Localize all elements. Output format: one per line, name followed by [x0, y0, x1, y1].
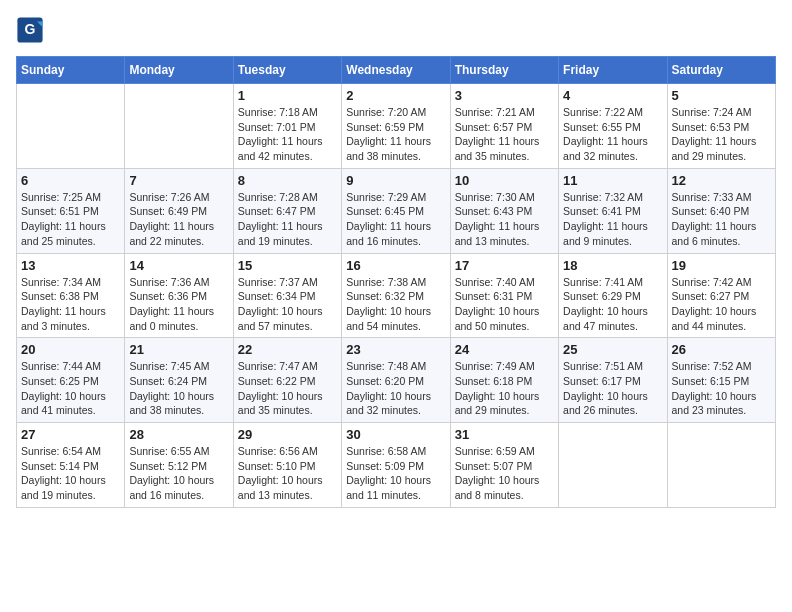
calendar-cell: 31Sunrise: 6:59 AM Sunset: 5:07 PM Dayli… — [450, 423, 558, 508]
day-info: Sunrise: 7:37 AM Sunset: 6:34 PM Dayligh… — [238, 275, 337, 334]
day-number: 13 — [21, 258, 120, 273]
day-info: Sunrise: 7:52 AM Sunset: 6:15 PM Dayligh… — [672, 359, 771, 418]
day-number: 7 — [129, 173, 228, 188]
calendar-cell: 30Sunrise: 6:58 AM Sunset: 5:09 PM Dayli… — [342, 423, 450, 508]
day-number: 16 — [346, 258, 445, 273]
day-info: Sunrise: 7:28 AM Sunset: 6:47 PM Dayligh… — [238, 190, 337, 249]
calendar-week-row: 13Sunrise: 7:34 AM Sunset: 6:38 PM Dayli… — [17, 253, 776, 338]
day-info: Sunrise: 7:48 AM Sunset: 6:20 PM Dayligh… — [346, 359, 445, 418]
day-info: Sunrise: 6:59 AM Sunset: 5:07 PM Dayligh… — [455, 444, 554, 503]
calendar-cell: 21Sunrise: 7:45 AM Sunset: 6:24 PM Dayli… — [125, 338, 233, 423]
day-number: 31 — [455, 427, 554, 442]
day-number: 2 — [346, 88, 445, 103]
col-header-friday: Friday — [559, 57, 667, 84]
calendar-cell: 3Sunrise: 7:21 AM Sunset: 6:57 PM Daylig… — [450, 84, 558, 169]
col-header-sunday: Sunday — [17, 57, 125, 84]
calendar-cell — [17, 84, 125, 169]
day-info: Sunrise: 7:42 AM Sunset: 6:27 PM Dayligh… — [672, 275, 771, 334]
day-number: 18 — [563, 258, 662, 273]
calendar-header-row: SundayMondayTuesdayWednesdayThursdayFrid… — [17, 57, 776, 84]
calendar-week-row: 6Sunrise: 7:25 AM Sunset: 6:51 PM Daylig… — [17, 168, 776, 253]
calendar-cell: 18Sunrise: 7:41 AM Sunset: 6:29 PM Dayli… — [559, 253, 667, 338]
calendar-cell: 10Sunrise: 7:30 AM Sunset: 6:43 PM Dayli… — [450, 168, 558, 253]
calendar-cell: 16Sunrise: 7:38 AM Sunset: 6:32 PM Dayli… — [342, 253, 450, 338]
calendar-cell: 13Sunrise: 7:34 AM Sunset: 6:38 PM Dayli… — [17, 253, 125, 338]
col-header-wednesday: Wednesday — [342, 57, 450, 84]
day-number: 26 — [672, 342, 771, 357]
day-number: 28 — [129, 427, 228, 442]
calendar-cell: 27Sunrise: 6:54 AM Sunset: 5:14 PM Dayli… — [17, 423, 125, 508]
calendar-cell: 28Sunrise: 6:55 AM Sunset: 5:12 PM Dayli… — [125, 423, 233, 508]
calendar-cell — [559, 423, 667, 508]
day-number: 25 — [563, 342, 662, 357]
calendar-cell: 22Sunrise: 7:47 AM Sunset: 6:22 PM Dayli… — [233, 338, 341, 423]
day-number: 9 — [346, 173, 445, 188]
day-number: 6 — [21, 173, 120, 188]
day-info: Sunrise: 7:44 AM Sunset: 6:25 PM Dayligh… — [21, 359, 120, 418]
calendar-week-row: 27Sunrise: 6:54 AM Sunset: 5:14 PM Dayli… — [17, 423, 776, 508]
calendar-cell — [125, 84, 233, 169]
col-header-saturday: Saturday — [667, 57, 775, 84]
calendar-cell: 8Sunrise: 7:28 AM Sunset: 6:47 PM Daylig… — [233, 168, 341, 253]
day-number: 4 — [563, 88, 662, 103]
calendar-cell: 4Sunrise: 7:22 AM Sunset: 6:55 PM Daylig… — [559, 84, 667, 169]
day-number: 11 — [563, 173, 662, 188]
calendar-cell: 1Sunrise: 7:18 AM Sunset: 7:01 PM Daylig… — [233, 84, 341, 169]
day-number: 22 — [238, 342, 337, 357]
day-info: Sunrise: 7:49 AM Sunset: 6:18 PM Dayligh… — [455, 359, 554, 418]
day-info: Sunrise: 7:25 AM Sunset: 6:51 PM Dayligh… — [21, 190, 120, 249]
day-number: 17 — [455, 258, 554, 273]
day-number: 23 — [346, 342, 445, 357]
day-info: Sunrise: 6:56 AM Sunset: 5:10 PM Dayligh… — [238, 444, 337, 503]
calendar-week-row: 1Sunrise: 7:18 AM Sunset: 7:01 PM Daylig… — [17, 84, 776, 169]
day-number: 30 — [346, 427, 445, 442]
calendar-cell: 6Sunrise: 7:25 AM Sunset: 6:51 PM Daylig… — [17, 168, 125, 253]
calendar-cell: 14Sunrise: 7:36 AM Sunset: 6:36 PM Dayli… — [125, 253, 233, 338]
day-info: Sunrise: 6:58 AM Sunset: 5:09 PM Dayligh… — [346, 444, 445, 503]
calendar-cell: 5Sunrise: 7:24 AM Sunset: 6:53 PM Daylig… — [667, 84, 775, 169]
day-info: Sunrise: 7:30 AM Sunset: 6:43 PM Dayligh… — [455, 190, 554, 249]
calendar-cell: 29Sunrise: 6:56 AM Sunset: 5:10 PM Dayli… — [233, 423, 341, 508]
calendar-cell: 24Sunrise: 7:49 AM Sunset: 6:18 PM Dayli… — [450, 338, 558, 423]
calendar-cell: 7Sunrise: 7:26 AM Sunset: 6:49 PM Daylig… — [125, 168, 233, 253]
calendar-cell: 9Sunrise: 7:29 AM Sunset: 6:45 PM Daylig… — [342, 168, 450, 253]
day-info: Sunrise: 7:51 AM Sunset: 6:17 PM Dayligh… — [563, 359, 662, 418]
calendar-week-row: 20Sunrise: 7:44 AM Sunset: 6:25 PM Dayli… — [17, 338, 776, 423]
day-info: Sunrise: 7:38 AM Sunset: 6:32 PM Dayligh… — [346, 275, 445, 334]
calendar-cell: 20Sunrise: 7:44 AM Sunset: 6:25 PM Dayli… — [17, 338, 125, 423]
svg-text:G: G — [25, 21, 36, 37]
day-number: 20 — [21, 342, 120, 357]
calendar-cell — [667, 423, 775, 508]
day-number: 3 — [455, 88, 554, 103]
day-number: 29 — [238, 427, 337, 442]
day-info: Sunrise: 7:24 AM Sunset: 6:53 PM Dayligh… — [672, 105, 771, 164]
calendar-cell: 26Sunrise: 7:52 AM Sunset: 6:15 PM Dayli… — [667, 338, 775, 423]
calendar-cell: 11Sunrise: 7:32 AM Sunset: 6:41 PM Dayli… — [559, 168, 667, 253]
col-header-monday: Monday — [125, 57, 233, 84]
day-number: 12 — [672, 173, 771, 188]
day-info: Sunrise: 7:21 AM Sunset: 6:57 PM Dayligh… — [455, 105, 554, 164]
day-info: Sunrise: 7:47 AM Sunset: 6:22 PM Dayligh… — [238, 359, 337, 418]
day-number: 19 — [672, 258, 771, 273]
logo: G — [16, 16, 48, 44]
day-info: Sunrise: 7:32 AM Sunset: 6:41 PM Dayligh… — [563, 190, 662, 249]
day-info: Sunrise: 7:18 AM Sunset: 7:01 PM Dayligh… — [238, 105, 337, 164]
day-info: Sunrise: 6:54 AM Sunset: 5:14 PM Dayligh… — [21, 444, 120, 503]
calendar-cell: 2Sunrise: 7:20 AM Sunset: 6:59 PM Daylig… — [342, 84, 450, 169]
day-number: 27 — [21, 427, 120, 442]
calendar-table: SundayMondayTuesdayWednesdayThursdayFrid… — [16, 56, 776, 508]
page-header: G — [16, 16, 776, 44]
day-number: 14 — [129, 258, 228, 273]
day-info: Sunrise: 7:29 AM Sunset: 6:45 PM Dayligh… — [346, 190, 445, 249]
day-info: Sunrise: 7:34 AM Sunset: 6:38 PM Dayligh… — [21, 275, 120, 334]
day-number: 8 — [238, 173, 337, 188]
day-info: Sunrise: 7:40 AM Sunset: 6:31 PM Dayligh… — [455, 275, 554, 334]
calendar-cell: 15Sunrise: 7:37 AM Sunset: 6:34 PM Dayli… — [233, 253, 341, 338]
day-number: 10 — [455, 173, 554, 188]
day-number: 24 — [455, 342, 554, 357]
day-info: Sunrise: 7:22 AM Sunset: 6:55 PM Dayligh… — [563, 105, 662, 164]
logo-icon: G — [16, 16, 44, 44]
day-info: Sunrise: 7:45 AM Sunset: 6:24 PM Dayligh… — [129, 359, 228, 418]
day-number: 5 — [672, 88, 771, 103]
col-header-thursday: Thursday — [450, 57, 558, 84]
